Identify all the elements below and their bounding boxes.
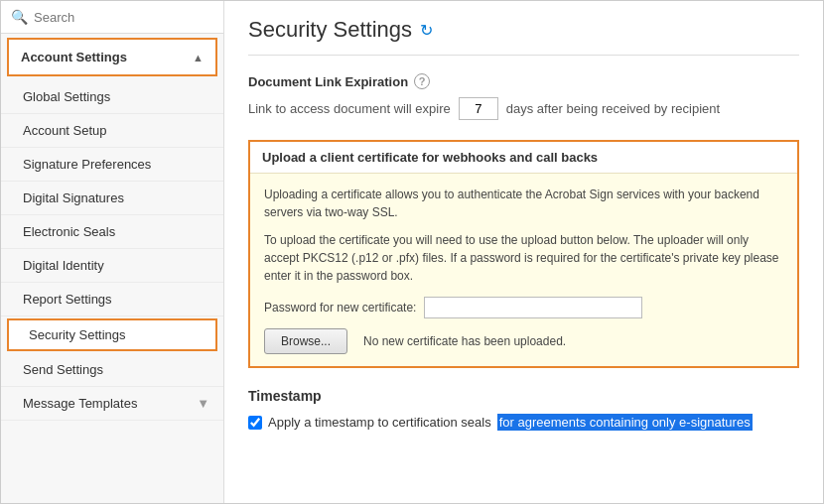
sidebar-item-send-settings[interactable]: Send Settings xyxy=(1,353,223,387)
sidebar-item-report-settings[interactable]: Report Settings xyxy=(1,283,223,316)
search-icon: 🔍 xyxy=(11,9,28,25)
doc-link-expiration-title: Document Link Expiration xyxy=(248,74,408,89)
sidebar-item-security-settings[interactable]: Security Settings xyxy=(7,318,217,351)
page-title: Security Settings xyxy=(248,17,412,43)
cert-password-input[interactable] xyxy=(424,297,642,318)
sidebar-item-electronic-seals[interactable]: Electronic Seals xyxy=(1,215,223,249)
refresh-icon[interactable]: ↻ xyxy=(420,21,433,40)
timestamp-checkbox[interactable] xyxy=(248,416,262,430)
account-settings-label: Account Settings xyxy=(21,50,127,64)
expiry-days-input[interactable] xyxy=(459,97,498,120)
cert-upload-box: Upload a client certificate for webhooks… xyxy=(248,140,799,368)
expiry-prefix: Link to access document will expire xyxy=(248,101,451,116)
timestamp-section: Timestamp Apply a timestamp to certifica… xyxy=(248,388,799,431)
sidebar-item-digital-identity[interactable]: Digital Identity xyxy=(1,249,223,283)
sidebar-item-account-setup[interactable]: Account Setup xyxy=(1,114,223,148)
app-container: 🔍 Account Settings ▲ Global Settings Acc… xyxy=(0,0,824,504)
main-content: Security Settings ↻ Document Link Expira… xyxy=(224,1,823,503)
sidebar-item-digital-signatures[interactable]: Digital Signatures xyxy=(1,182,223,215)
page-title-row: Security Settings ↻ xyxy=(248,17,799,56)
no-cert-text: No new certificate has been uploaded. xyxy=(363,334,566,348)
sidebar-item-signature-preferences[interactable]: Signature Preferences xyxy=(1,148,223,182)
cert-desc1: Uploading a certificate allows you to au… xyxy=(264,186,783,221)
cert-password-row: Password for new certificate: xyxy=(264,297,783,318)
timestamp-title: Timestamp xyxy=(248,388,799,404)
browse-button[interactable]: Browse... xyxy=(264,328,347,354)
timestamp-row: Apply a timestamp to certification seals… xyxy=(248,414,799,431)
search-bar: 🔍 xyxy=(1,1,223,34)
cert-box-title: Upload a client certificate for webhooks… xyxy=(250,142,797,174)
sidebar-item-global-settings[interactable]: Global Settings xyxy=(1,80,223,114)
search-input[interactable] xyxy=(34,10,213,25)
cert-box-body: Uploading a certificate allows you to au… xyxy=(250,174,797,366)
chevron-up-icon: ▲ xyxy=(193,52,204,63)
doc-link-expiration-section: Document Link Expiration ? xyxy=(248,73,799,89)
timestamp-label-before: Apply a timestamp to certification seals xyxy=(268,415,491,430)
sidebar-nav: Account Settings ▲ Global Settings Accou… xyxy=(1,34,223,503)
expiry-row: Link to access document will expire days… xyxy=(248,97,799,120)
cert-browse-row: Browse... No new certificate has been up… xyxy=(264,328,783,354)
expiry-suffix: days after being received by recipient xyxy=(506,101,720,116)
timestamp-label-highlight: for agreements containing only e-signatu… xyxy=(497,414,753,431)
sidebar-item-message-templates[interactable]: Message Templates ▼ xyxy=(1,387,223,421)
cert-desc2: To upload the certificate you will need … xyxy=(264,231,783,285)
cert-password-label: Password for new certificate: xyxy=(264,301,416,315)
account-settings-group[interactable]: Account Settings ▲ xyxy=(7,38,217,76)
help-icon[interactable]: ? xyxy=(414,73,430,89)
chevron-down-icon: ▼ xyxy=(197,396,209,411)
sidebar: 🔍 Account Settings ▲ Global Settings Acc… xyxy=(1,1,224,503)
